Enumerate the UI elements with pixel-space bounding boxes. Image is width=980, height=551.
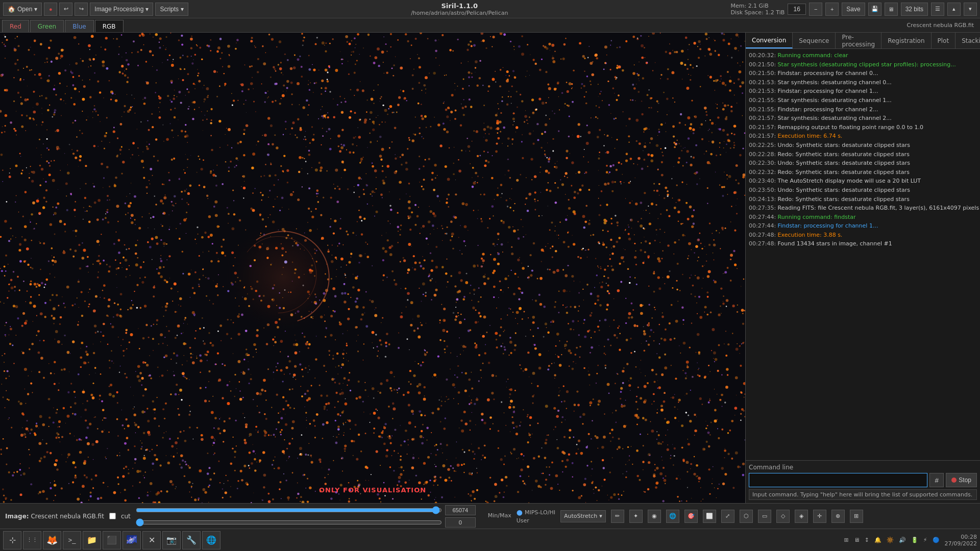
tab-red[interactable]: Red [2, 20, 29, 32]
pencil-tool-btn[interactable]: ✏ [611, 510, 624, 523]
thread-minus-btn[interactable]: − [809, 3, 822, 16]
statusbar-image-name: Crescent nebula RGB.fit [31, 513, 104, 520]
files-btn[interactable]: 📁 [83, 531, 101, 549]
browser-btn[interactable]: 🦊 [43, 531, 61, 549]
cut-checkbox[interactable] [109, 513, 116, 519]
tray-icon-3: ↕ [865, 537, 869, 543]
tab-stacking[interactable]: Stacking [955, 33, 980, 48]
tab-plot[interactable]: Plot [932, 33, 956, 48]
user-label: User [517, 517, 529, 524]
image-area[interactable]: ONLY FOR VISUALISATION [0, 33, 745, 503]
autostretch-button[interactable]: AutoStretch ▾ [560, 510, 606, 522]
wrench-btn[interactable]: 🔧 [182, 531, 201, 549]
log-entry: 00:21:57: Star synthesis: desaturating c… [749, 114, 977, 123]
command-input[interactable] [749, 473, 927, 487]
log-entry: 00:21:50: Findstar: processing for chann… [749, 69, 977, 78]
star-tool-btn[interactable]: ✦ [629, 510, 643, 523]
tab-sequence[interactable]: Sequence [793, 33, 836, 48]
globe-tool-btn[interactable]: 🌐 [666, 510, 679, 523]
tab-rgb[interactable]: RGB [95, 20, 124, 32]
eye-tool-btn[interactable]: ◉ [648, 510, 661, 523]
thread-plus-btn[interactable]: + [825, 3, 839, 16]
tab-conversion[interactable]: Conversion [746, 33, 793, 48]
log-entry: 00:22:30: Undo: Synthetic stars: desatur… [749, 159, 977, 168]
crop-tool-btn[interactable]: ⬜ [703, 510, 716, 523]
slider-row-top [136, 505, 483, 515]
home-icon: 🏠 [8, 6, 15, 13]
move-tool-btn[interactable]: ⊹ [3, 531, 21, 549]
tray-icon-1: ⊞ [844, 537, 848, 543]
scripts-button[interactable]: Scripts ▾ [155, 3, 188, 16]
clock-time: 00:28 [945, 534, 977, 540]
grid-btn[interactable]: ⊞ [850, 510, 863, 523]
tab-blue[interactable]: Blue [65, 20, 94, 32]
max-slider[interactable] [136, 508, 442, 513]
mem-label: Mem: 2.1 GiB Disk Space: 1.2 TiB [730, 3, 785, 16]
tab-registration[interactable]: Registration [881, 33, 931, 48]
menu-btn[interactable]: ☰ [931, 3, 944, 16]
thread-count-input[interactable] [788, 4, 806, 15]
save-button[interactable]: Save [842, 3, 865, 16]
terminal-btn[interactable]: >_ [63, 531, 81, 549]
app-title: Siril-1.1.0 [190, 2, 728, 10]
command-line-row: # Stop [749, 473, 977, 487]
clock-display: 00:28 27/09/2022 [945, 534, 977, 547]
log-entry: 00:27:35: Reading FITS: file Crescent ne… [749, 204, 977, 213]
min-value-input[interactable] [445, 517, 476, 528]
select-tool-btn[interactable]: ⋮⋮ [23, 531, 41, 549]
poly-tool-btn[interactable]: ◇ [776, 510, 790, 523]
select-area-btn[interactable]: ⬡ [740, 510, 753, 523]
log-entry: 00:27:44: Running command: findstar [749, 213, 977, 222]
crosshair-btn[interactable]: ✛ [813, 510, 826, 523]
bits-button[interactable]: 32 bits [901, 3, 928, 16]
stop-label: Stop [959, 477, 971, 484]
target-tool-btn[interactable]: 🎯 [684, 510, 698, 523]
chevron-up-btn[interactable]: ▴ [947, 3, 961, 16]
diamond-tool-btn[interactable]: ◈ [795, 510, 808, 523]
capture-btn[interactable]: 📷 [162, 531, 181, 549]
max-value-input[interactable] [445, 505, 476, 515]
minmax-labels: Min/Max [488, 512, 511, 520]
calc-btn[interactable]: ✕ [142, 531, 161, 549]
app-title-block: Siril-1.1.0 /home/adrian/astro/Pelican/P… [190, 2, 728, 16]
image-label: Image: Crescent nebula RGB.fit [5, 513, 104, 520]
display-icon-btn[interactable]: 🖥 [885, 3, 898, 16]
log-area[interactable]: 00:20:32: Running command: clear00:21:50… [746, 49, 980, 460]
clock-date: 27/09/2022 [945, 540, 977, 547]
tab-green[interactable]: Green [30, 20, 64, 32]
stop-circle-icon [951, 478, 957, 483]
tray-icon-4: 🔔 [874, 537, 881, 543]
toolsbar: ⊹ ⋮⋮ 🦊 >_ 📁 ⬛ 🌌 ✕ 📷 🔧 🌐 ⊞ 🖥 ↕ 🔔 🔆 🔊 🔋 ⚡ … [0, 529, 980, 551]
redo-button[interactable]: ↪ [75, 3, 88, 16]
tab-preprocessing[interactable]: Pre-processing [836, 33, 881, 48]
tray-icon-8: ⚡ [923, 537, 927, 543]
undo2-button[interactable]: ↩ [59, 3, 72, 16]
wcs-btn[interactable]: ⊕ [831, 510, 845, 523]
statusbar: Image: Crescent nebula RGB.fit cut Min/M… [0, 503, 980, 529]
min-slider[interactable] [136, 520, 442, 525]
undo-button[interactable]: ● [44, 3, 57, 16]
tray-icon-9: 🔵 [933, 537, 940, 543]
log-entry: 00:23:50: Undo: Synthetic stars: desatur… [749, 186, 977, 195]
save-icon-btn[interactable]: 💾 [868, 3, 881, 16]
right-panel: Conversion Sequence Pre-processing Regis… [745, 33, 980, 503]
log-entry: 00:24:13: Redo: Synthetic stars: desatur… [749, 195, 977, 204]
editor-btn[interactable]: ⬛ [103, 531, 121, 549]
open-button[interactable]: 🏠 Open ▾ [3, 3, 42, 16]
autostretch-chevron-icon: ▾ [599, 513, 602, 519]
image-filename-header: Crescent nebula RGB.fit [907, 22, 978, 29]
cut-label: cut [121, 513, 131, 520]
web-btn[interactable]: 🌐 [202, 531, 220, 549]
rect-tool-btn[interactable]: ▭ [758, 510, 771, 523]
stop-button[interactable]: Stop [946, 473, 977, 487]
system-tray: ⊞ 🖥 ↕ 🔔 🔆 🔊 🔋 ⚡ 🔵 00:28 27/09/2022 [844, 534, 977, 547]
log-entry: 00:21:55: Findstar: processing for chann… [749, 105, 977, 114]
slider-section [136, 505, 483, 528]
log-entry: 00:22:28: Redo: Synthetic stars: desatur… [749, 150, 977, 159]
hash-button[interactable]: # [929, 473, 944, 487]
chevron-down-btn[interactable]: ▾ [964, 3, 977, 16]
zoom-fit-btn[interactable]: ⤢ [721, 510, 734, 523]
tray-icon-7: 🔋 [911, 537, 918, 543]
siril-btn[interactable]: 🌌 [122, 531, 141, 549]
image-processing-button[interactable]: Image Processing ▾ [90, 3, 153, 16]
